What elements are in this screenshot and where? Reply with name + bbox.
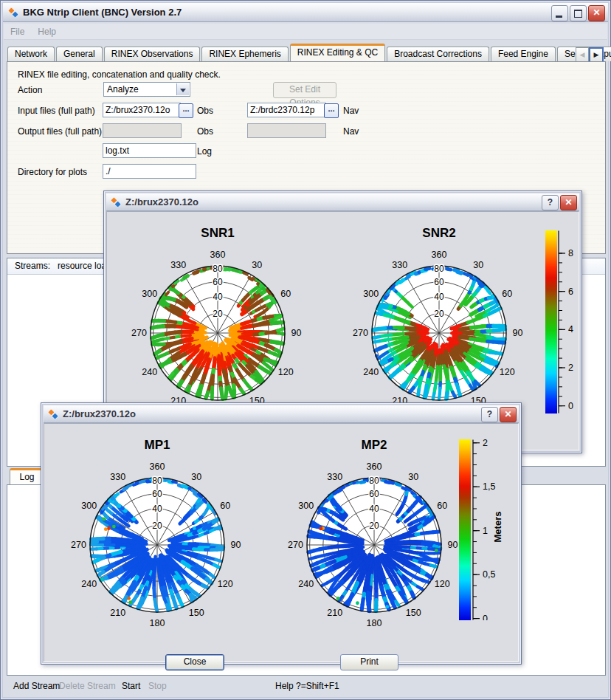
svg-text:40: 40 <box>434 292 444 302</box>
print-button[interactable]: Print <box>340 654 398 670</box>
svg-text:270: 270 <box>71 540 86 550</box>
tab-network[interactable]: Network <box>7 47 55 61</box>
input-files-label: Input files (full path) <box>18 106 95 116</box>
close-icon: ✕ <box>593 7 600 18</box>
svg-text:2: 2 <box>568 363 573 373</box>
snr1-title: SNR1 <box>129 226 306 241</box>
help-hint: Help ?=Shift+F1 <box>275 681 339 691</box>
snr-dialog-titlebar[interactable]: Z:/brux2370.12o ? ✕ <box>106 193 579 211</box>
svg-text:20: 20 <box>434 309 444 319</box>
svg-text:90: 90 <box>231 540 241 550</box>
svg-text:30: 30 <box>191 472 201 482</box>
close-button[interactable]: ✕ <box>588 5 605 21</box>
browse-nav-button[interactable]: ... <box>324 103 339 118</box>
svg-text:90: 90 <box>291 328 302 338</box>
tab-broadcast-corrections[interactable]: Broadcast Corrections <box>387 47 489 61</box>
svg-text:240: 240 <box>363 367 379 377</box>
svg-text:0,5: 0,5 <box>483 569 495 580</box>
svg-text:30: 30 <box>252 260 262 270</box>
svg-text:60: 60 <box>369 489 379 499</box>
snr2-skyplot: 3603060901201501802102402703003302040608… <box>351 244 528 422</box>
svg-text:90: 90 <box>448 540 458 550</box>
svg-text:180: 180 <box>150 618 165 628</box>
svg-text:240: 240 <box>81 579 97 589</box>
svg-text:8: 8 <box>568 248 573 258</box>
mp-dialog-titlebar[interactable]: Z:/brux2370.12o ? ✕ <box>44 405 519 423</box>
svg-text:120: 120 <box>500 367 515 377</box>
help-button[interactable]: ? <box>481 407 498 422</box>
main-titlebar[interactable]: BKG Ntrip Client (BNC) Version 2.7 ✕ <box>3 3 608 22</box>
svg-text:1: 1 <box>483 526 488 536</box>
tab-feed-engine[interactable]: Feed Engine <box>491 47 556 61</box>
svg-text:120: 120 <box>218 579 233 589</box>
action-dropdown[interactable]: Analyze <box>103 82 190 97</box>
obs-suffix-1: Obs <box>197 106 213 116</box>
svg-text:150: 150 <box>406 608 421 618</box>
tab-general[interactable]: General <box>56 47 103 61</box>
close-plot-button[interactable]: Close <box>165 654 224 670</box>
svg-text:60: 60 <box>434 277 444 287</box>
action-add-stream[interactable]: Add Stream <box>13 681 60 691</box>
svg-text:360: 360 <box>150 461 165 472</box>
snr-colorbar <box>545 230 557 414</box>
plots-dir-field[interactable] <box>103 164 196 179</box>
svg-text:360: 360 <box>210 250 226 260</box>
action-start[interactable]: Start <box>122 681 140 691</box>
tab-rinex-ephemeris[interactable]: RINEX Ephemeris <box>201 47 288 61</box>
svg-text:30: 30 <box>408 472 418 482</box>
chevron-down-icon <box>176 83 189 95</box>
close-button[interactable]: ✕ <box>560 195 577 210</box>
app-icon <box>110 196 122 208</box>
svg-text:40: 40 <box>369 504 379 514</box>
menu-file[interactable]: File <box>4 27 31 37</box>
tab-rinex-editing-qc[interactable]: RINEX Editing & QC <box>290 44 385 61</box>
mp-plot-dialog: Z:/brux2370.12o ? ✕ MP1 MP2 360306090120… <box>41 402 522 665</box>
svg-text:20: 20 <box>213 309 223 319</box>
log-suffix: Log <box>197 146 212 157</box>
set-edit-options-button: Set Edit Options <box>273 82 336 98</box>
nav-suffix-1: Nav <box>343 106 359 116</box>
svg-text:330: 330 <box>170 260 186 270</box>
svg-text:80: 80 <box>369 476 379 486</box>
svg-text:300: 300 <box>142 289 157 299</box>
close-button[interactable]: ✕ <box>500 407 517 422</box>
svg-text:60: 60 <box>502 289 512 299</box>
action-label: Action <box>18 85 42 95</box>
menu-bar: FileHelp <box>4 24 607 40</box>
snr1-skyplot: 3603060901201501802102402703003302040608… <box>129 244 306 422</box>
close-icon: ✕ <box>504 409 511 419</box>
svg-text:120: 120 <box>278 367 294 377</box>
input-nav-field[interactable] <box>247 103 326 117</box>
logfile-field[interactable] <box>103 143 196 158</box>
tab-rinex-observations[interactable]: RINEX Observations <box>104 47 201 61</box>
maximize-button[interactable] <box>570 5 587 21</box>
input-obs-field[interactable] <box>103 103 181 117</box>
mp2-skyplot: 3603060901201501802102402703003302040608… <box>286 456 463 634</box>
svg-text:270: 270 <box>131 328 147 338</box>
browse-obs-button[interactable]: ... <box>179 103 193 118</box>
svg-text:300: 300 <box>81 501 97 511</box>
svg-text:180: 180 <box>367 618 382 628</box>
svg-text:60: 60 <box>220 501 230 511</box>
tab-bar: NetworkGeneralRINEX ObservationsRINEX Ep… <box>7 44 604 61</box>
output-files-label: Output files (full path) <box>18 126 102 137</box>
plots-dir-label: Directory for plots <box>18 167 87 177</box>
maximize-icon <box>574 10 582 18</box>
close-icon: ✕ <box>565 197 572 207</box>
app-icon <box>7 7 19 18</box>
window-title: BKG Ntrip Client (BNC) Version 2.7 <box>23 7 182 18</box>
minimize-button[interactable] <box>551 5 568 21</box>
output-nav-field <box>247 123 326 138</box>
svg-text:40: 40 <box>152 504 162 514</box>
svg-text:330: 330 <box>327 472 342 482</box>
panel-description: RINEX file editing, concatenation and qu… <box>18 69 221 80</box>
help-button[interactable]: ? <box>542 195 559 210</box>
tab-log[interactable]: Log <box>10 468 44 484</box>
svg-text:0: 0 <box>483 614 488 620</box>
mp-dialog-content: MP1 MP2 36030609012015018021024027030033… <box>44 423 519 662</box>
mp-colorbar <box>459 439 471 620</box>
svg-text:80: 80 <box>434 264 444 274</box>
svg-text:60: 60 <box>213 277 223 287</box>
menu-help[interactable]: Help <box>31 27 63 37</box>
svg-text:330: 330 <box>392 260 407 270</box>
